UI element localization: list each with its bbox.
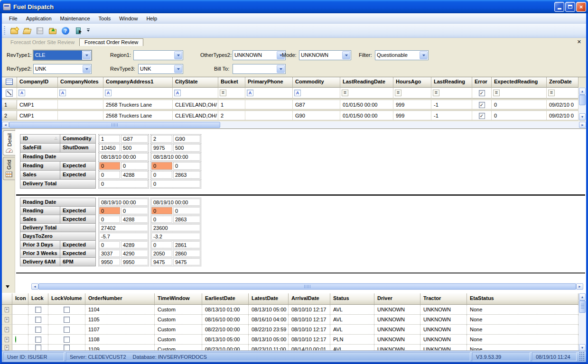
cell-tractor[interactable]: UNKNOWN <box>420 325 467 334</box>
cell-earliestdate[interactable]: 08/16/10 00:00 <box>202 315 249 324</box>
error-checkbox[interactable]: ✓ <box>479 113 485 119</box>
main-grid-horizontal-scrollbar[interactable]: ◄ ► <box>2 121 586 128</box>
detail-cell[interactable]: G90 <box>173 135 200 143</box>
detail-cell[interactable]: 10450 <box>99 144 120 152</box>
chevron-down-icon[interactable] <box>174 65 182 73</box>
detail-cell[interactable]: 0 <box>121 207 148 214</box>
detail-cell[interactable]: -5.7 <box>99 233 148 240</box>
row-label[interactable]: 6PM <box>60 257 96 266</box>
equals-filter-icon[interactable]: = <box>220 90 226 96</box>
close-button[interactable]: × <box>576 2 586 12</box>
filter-combo[interactable]: Questionable <box>375 50 429 60</box>
tab-grid[interactable]: Grid <box>3 157 15 180</box>
filter-commodity[interactable]: A <box>293 88 340 99</box>
col-primaryphone[interactable]: PrimaryPhone <box>245 77 293 88</box>
row-label[interactable]: Commodity <box>60 134 96 144</box>
cell-bucket[interactable]: 1 <box>218 100 245 109</box>
lock-checkbox[interactable] <box>35 327 41 333</box>
order-row[interactable]: + 1108 Custom 08/13/10 05:00 08/13/10 05… <box>2 335 579 345</box>
menu-tools[interactable]: Tools <box>94 14 115 23</box>
cell-companynotes[interactable] <box>58 111 103 120</box>
detail-cell[interactable]: 2050 <box>151 250 172 257</box>
cell-companyid[interactable]: CMP1 <box>17 111 58 120</box>
cell-phone[interactable] <box>245 100 293 109</box>
text-filter-icon[interactable]: A <box>19 90 25 96</box>
detail-cell[interactable]: 500 <box>173 144 200 152</box>
col-bucket[interactable]: Bucket <box>218 77 245 88</box>
lockvolume-checkbox[interactable] <box>64 337 70 343</box>
row-label[interactable]: Sales <box>20 215 60 224</box>
col-hoursago[interactable]: HoursAgo <box>393 77 431 88</box>
lockvolume-checkbox[interactable] <box>64 345 70 350</box>
filter-citystate[interactable]: A <box>173 88 218 99</box>
detail-cell[interactable]: 2863 <box>173 171 200 179</box>
col-lockvolume[interactable]: LockVolume <box>48 293 85 305</box>
cell-expectedreading[interactable]: 0 <box>492 100 547 109</box>
row-label[interactable]: Expected <box>60 206 96 215</box>
clear-filter-button[interactable] <box>2 88 17 99</box>
filter-companynotes[interactable]: A <box>58 88 103 99</box>
row-label[interactable]: Expected <box>60 161 96 171</box>
chevron-down-icon[interactable] <box>342 51 350 59</box>
detail-cell[interactable]: 0 <box>99 241 120 248</box>
error-checkbox[interactable]: ✓ <box>479 102 485 108</box>
col-etastatus[interactable]: EtaStatus <box>467 293 579 305</box>
cell-address[interactable]: 2568 Truckers Lane <box>103 100 173 109</box>
row-label[interactable]: Reading Date <box>20 198 96 207</box>
row-label[interactable]: Reading Date <box>20 152 96 162</box>
cell-latestdate[interactable]: 08/22/10 23:59 <box>249 325 289 334</box>
cell-companyid[interactable]: CMP1 <box>17 100 58 109</box>
cell-status[interactable]: AVL <box>330 305 374 314</box>
cell-ordernumber[interactable]: 1104 <box>85 305 155 314</box>
cell-arrivaldate[interactable]: 08/10/10 12:17 <box>289 305 330 314</box>
detail-cell[interactable]: G87 <box>121 135 148 143</box>
row-header[interactable]: 2 <box>2 111 17 120</box>
cell-address[interactable]: 2568 Truckers Lane <box>103 111 173 120</box>
detail-cell[interactable]: 08/18/10 00:00 <box>99 153 148 161</box>
scroll-left-icon[interactable]: ◄ <box>31 283 38 290</box>
detail-cell[interactable]: 0 <box>99 171 120 179</box>
scroll-up-icon[interactable]: ▲ <box>579 293 586 300</box>
detail-cell[interactable]: 1 <box>99 135 120 143</box>
col-citystate[interactable]: CityState <box>173 77 218 88</box>
cell-citystate[interactable]: CLEVELAND,OH/ <box>173 111 218 120</box>
cell-arrivaldate[interactable]: 08/10/10 12:17 <box>289 335 330 344</box>
filter-lastreadingdate[interactable]: = <box>340 88 393 99</box>
row-label[interactable]: Prior 3 Days <box>20 240 60 249</box>
cell-etastatus[interactable]: None <box>467 335 579 344</box>
detail-cell[interactable]: 27402 <box>99 224 148 231</box>
row-header[interactable]: 1 <box>2 100 17 109</box>
col-companyid[interactable]: CompanyID <box>17 77 58 88</box>
detail-cell[interactable]: 08/19/10 00:00 <box>151 199 200 206</box>
detail-cell[interactable]: 0 <box>99 216 120 223</box>
cell-etastatus[interactable]: None <box>467 315 579 324</box>
cell-commodity[interactable]: G90 <box>293 111 340 120</box>
text-filter-icon[interactable]: A <box>174 90 181 96</box>
scroll-thumb[interactable] <box>579 95 586 105</box>
cell-driver[interactable]: UNKNOWN <box>374 335 420 344</box>
cell-ordernumber[interactable]: 1105 <box>85 315 155 324</box>
expand-icon[interactable]: + <box>5 317 9 322</box>
col-status[interactable]: Status <box>330 293 374 305</box>
lockvolume-checkbox[interactable] <box>64 317 70 323</box>
col-companynotes[interactable]: CompanyNotes <box>58 77 103 88</box>
filter-expectedreading[interactable]: = <box>492 88 547 99</box>
detail-horizontal-scrollbar[interactable]: ◄ ► <box>31 283 583 290</box>
scroll-right-icon[interactable]: ► <box>579 122 586 128</box>
detail-cell[interactable]: 2860 <box>173 250 200 257</box>
lock-checkbox[interactable] <box>35 337 41 343</box>
scroll-up-icon[interactable]: ▲ <box>579 88 586 95</box>
region1-combo[interactable] <box>133 50 183 60</box>
cell-lastreadingdate[interactable]: 01/01/50 00:00 <box>340 111 393 120</box>
cell-driver[interactable]: UNKNOWN <box>374 305 420 314</box>
toolbar-grip[interactable] <box>4 26 5 36</box>
cell-status[interactable]: PLN <box>330 335 374 344</box>
cell-status[interactable]: AVL <box>330 325 374 334</box>
chevron-down-icon[interactable] <box>174 51 182 59</box>
equals-filter-icon[interactable]: = <box>342 90 348 96</box>
filter-primaryphone[interactable]: A <box>245 88 293 99</box>
exit-button[interactable] <box>72 25 84 36</box>
col-commodity[interactable]: Commodity <box>293 77 340 88</box>
detail-cell[interactable]: 2 <box>151 135 172 143</box>
row-label[interactable]: Prior 3 Weeks <box>20 249 60 258</box>
